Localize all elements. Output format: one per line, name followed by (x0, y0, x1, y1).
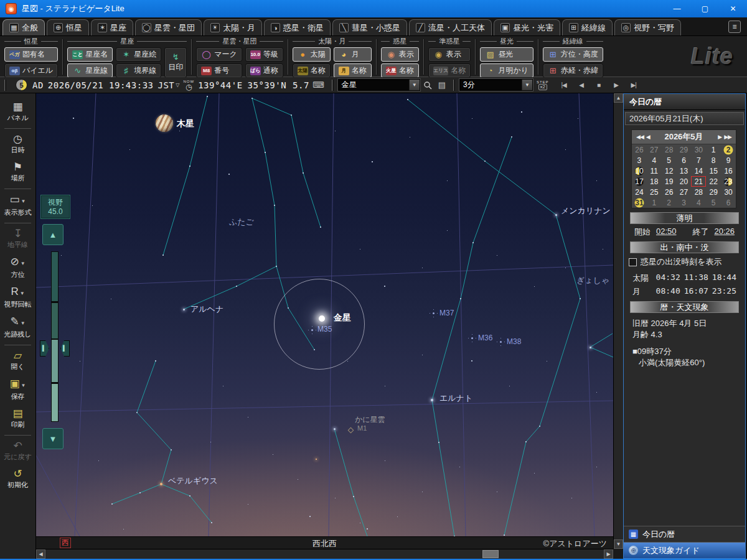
dwarf-name-button[interactable]: エリス名称 (428, 63, 471, 78)
calendar-day[interactable]: 28 (662, 144, 677, 155)
calendar-day[interactable]: 22 (706, 176, 721, 187)
tab-nebulae-clusters[interactable]: ◯星雲・星団 (135, 19, 202, 35)
zoom-in-button[interactable]: ▲ (42, 224, 63, 245)
constellation-line-button[interactable]: ∿星座線 (67, 63, 113, 78)
calendar-day[interactable]: 27 (647, 144, 662, 155)
calendar-day[interactable]: 27 (677, 187, 692, 197)
sidebar-item-open[interactable]: ▱開く (0, 347, 35, 375)
moon-button[interactable]: ◕月 (334, 47, 372, 62)
dso-mark-button[interactable]: ◯マーク (196, 47, 242, 62)
scroll-down-arrow[interactable]: ▼ (614, 539, 623, 549)
dropdown-icon[interactable]: ▼ (20, 291, 25, 296)
sidebar-item-light-trail[interactable]: ✎▼光跡残し (0, 313, 35, 343)
tab-menu-icon[interactable]: ≡ (728, 21, 741, 33)
tab-fov-photo[interactable]: ◎視野・写野 (614, 19, 681, 35)
calendar-day[interactable]: 18 (647, 176, 662, 187)
calendar-day[interactable]: 25 (647, 187, 662, 197)
dropdown-icon[interactable]: ▼ (21, 198, 26, 204)
calendar-day[interactable]: 20 (677, 176, 692, 187)
sidebar-item-datetime[interactable]: ◷日時 (0, 131, 35, 159)
play-backward-button[interactable]: ◀ (575, 79, 588, 91)
dropdown-icon[interactable]: ▼ (21, 261, 26, 266)
jump-end-button[interactable]: ▶| (627, 79, 640, 91)
scroll-left-arrow[interactable]: ◀ (36, 549, 45, 559)
maximize-button[interactable]: ▢ (691, 0, 719, 17)
tab-meteors-artificial[interactable]: ╱流星・人工天体 (409, 19, 492, 35)
panel-tab-astro-guide[interactable]: ⊕ 天文現象ガイド (624, 542, 745, 558)
boundary-line-button[interactable]: ♯境界線 (116, 63, 161, 78)
calendar-day[interactable]: 30 (721, 187, 736, 197)
sun-name-button[interactable]: 太陽名称 (293, 63, 331, 78)
calendar-day[interactable]: 1 (706, 144, 721, 155)
calendar-day[interactable]: 17 (632, 176, 647, 187)
twilight-start-value[interactable]: 02:50 (656, 226, 677, 238)
tab-general[interactable]: ▦全般 (2, 19, 45, 35)
datetime-value[interactable]: 2026/05/21 19:43:33 (48, 80, 154, 90)
target-dropdown-icon[interactable]: ▼ (409, 80, 420, 90)
calendar-day[interactable]: 4 (691, 197, 706, 208)
sidebar-item-save[interactable]: ▣▼保存 (0, 375, 35, 405)
dropdown-icon[interactable]: ▼ (21, 320, 26, 326)
landmark-button[interactable]: ↯目印 (164, 47, 187, 78)
prev-month-button[interactable]: ◀ (646, 134, 650, 140)
calendar-day[interactable]: 5 (662, 155, 677, 166)
latitude-value[interactable]: 35°39'N (248, 80, 287, 90)
horizontal-scroll-thumb[interactable] (482, 550, 499, 558)
keyboard-icon[interactable]: ⌨ (312, 80, 324, 90)
longitude-value[interactable]: 139°44'E (198, 80, 242, 90)
tab-comets-asteroids[interactable]: ╲彗星・小惑星 (332, 19, 407, 35)
sidebar-item-print[interactable]: ▤印刷 (0, 405, 35, 433)
calendar-day[interactable]: 5 (706, 197, 721, 208)
calendar-day[interactable]: 13 (677, 166, 692, 176)
planet-name-button[interactable]: 火星名称 (381, 63, 419, 78)
jupiter-disk[interactable] (156, 114, 173, 132)
sidebar-item-display-format[interactable]: ▭▼表示形式 (0, 191, 35, 221)
object-list-icon[interactable]: ▤ (438, 80, 446, 90)
calendar-day[interactable]: 2 (721, 144, 736, 155)
bayer-button[interactable]: αβバイエル (4, 63, 58, 78)
sky-view[interactable]: 木星金星M35M37M36M38ふたごぎょしゃアルヘナメンカリナンエルナトベテル… (36, 93, 613, 536)
calendar-day[interactable]: 16 (721, 166, 736, 176)
play-forward-button[interactable]: ▶ (610, 79, 622, 91)
prev-year-button[interactable]: ◀◀ (636, 134, 644, 140)
next-year-button[interactable]: ▶▶ (724, 134, 731, 140)
calendar-day[interactable]: 9 (721, 155, 736, 166)
time-step-combobox[interactable]: 3分 ▼ (459, 79, 533, 91)
sidebar-item-direction[interactable]: ⊘▼方位 (0, 253, 35, 283)
venus-glow[interactable] (319, 315, 325, 322)
tab-planets-satellites[interactable]: ◑惑星・衛星 (264, 19, 331, 35)
timezone-label[interactable]: JST (158, 80, 175, 90)
fov-slider-track[interactable] (51, 251, 59, 422)
scroll-up-arrow[interactable]: ▲ (614, 93, 623, 103)
daylight-button[interactable]: ▨昼光 (480, 47, 533, 62)
twilight-end-value[interactable]: 20:26 (715, 226, 735, 238)
tab-sun-moon[interactable]: ☀太陽・月 (204, 19, 262, 35)
planet-show-button[interactable]: ◉表示 (381, 47, 419, 62)
calendar-day[interactable]: 23 (721, 176, 736, 187)
tab-constellations[interactable]: ✶星座 (91, 19, 133, 35)
jump-start-button[interactable]: |◀ (558, 79, 570, 91)
constellation-name-button[interactable]: こと星座名 (67, 47, 113, 62)
calendar-day[interactable]: 2 (662, 197, 677, 208)
calendar-day[interactable]: 28 (691, 187, 706, 197)
calendar-day-selected[interactable]: 21 (691, 176, 706, 187)
time-step-dropdown-icon[interactable]: ▼ (522, 80, 532, 90)
planet-riseset-checkbox[interactable] (629, 258, 637, 266)
calendar-day[interactable]: 30 (691, 144, 706, 155)
calendar-day[interactable]: 3 (677, 197, 692, 208)
tab-daylight[interactable]: ▣昼光・光害 (494, 19, 560, 35)
tab-grid-lines[interactable]: ⊞経緯線 (562, 19, 613, 35)
zoom-out-button[interactable]: ▼ (42, 428, 63, 449)
calendar-day[interactable]: 10 (632, 166, 647, 176)
calendar-day[interactable]: 1 (647, 197, 662, 208)
sidebar-item-panel[interactable]: ▦パネル (0, 98, 35, 126)
step-x2-button[interactable]: STEP x2 (537, 80, 549, 90)
calendar-day[interactable]: 26 (632, 144, 647, 155)
proper-name-button[interactable]: ペガ固有名 (4, 47, 58, 62)
dso-number-button[interactable]: M8番号 (196, 63, 242, 78)
calendar-day[interactable]: 29 (677, 144, 692, 155)
calendar-day[interactable]: 7 (691, 155, 706, 166)
sidebar-item-reset[interactable]: ↺初期化 (0, 465, 35, 493)
panel-tab-today-calendar[interactable]: ▦ 今日の暦 (624, 526, 745, 542)
calendar-day[interactable]: 6 (721, 197, 736, 208)
